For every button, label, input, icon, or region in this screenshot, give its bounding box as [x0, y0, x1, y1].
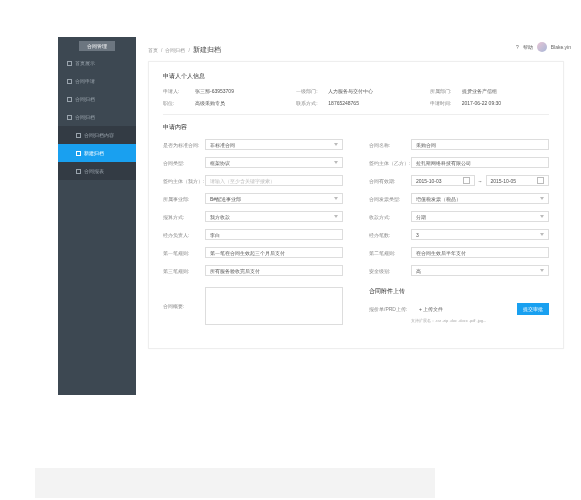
- apply-time: 2017-06-22 09:30: [462, 100, 501, 106]
- left-field-4[interactable]: 我方收款: [205, 211, 343, 222]
- summary-label: 合同概要:: [163, 303, 205, 309]
- section-content: 申请内容: [163, 123, 549, 132]
- field-label: 合同发票类型:: [369, 196, 411, 202]
- left-field-3[interactable]: B#配送事业部: [205, 193, 343, 204]
- applicant-name: 张三那-63953709: [195, 88, 234, 94]
- left-field-5[interactable]: 李白: [205, 229, 343, 240]
- field-label: 合同名称:: [369, 142, 411, 148]
- field-label: 是否为标准合同:: [163, 142, 205, 148]
- breadcrumb-archive[interactable]: 合同归档: [165, 47, 185, 53]
- field-label: 第一笔规则:: [163, 250, 205, 256]
- list-icon: [76, 133, 81, 138]
- right-field-4[interactable]: 分期: [411, 211, 549, 222]
- dept-own: 提货业务产信组: [462, 88, 497, 94]
- sidebar-item-apply[interactable]: 合同申请: [58, 72, 136, 90]
- position: 高级采购专员: [195, 100, 225, 106]
- plus-icon: [76, 151, 81, 156]
- field-label: 安全级别:: [369, 268, 411, 274]
- sidebar-sub-content[interactable]: 合同归档内容: [58, 126, 136, 144]
- breadcrumb-home[interactable]: 首页: [148, 47, 158, 53]
- summary-textarea[interactable]: [205, 287, 343, 325]
- breadcrumb-current: 新建归档: [193, 45, 221, 55]
- breadcrumb: 首页 / 合同归档 / 新建归档: [148, 45, 564, 55]
- phone: 18765248765: [328, 100, 359, 106]
- left-field-1[interactable]: 框架协议: [205, 157, 343, 168]
- right-field-5[interactable]: 3: [411, 229, 549, 240]
- footer-block: [35, 468, 435, 498]
- field-label: 第三笔规则:: [163, 268, 205, 274]
- sidebar-sub-report[interactable]: 合同报表: [58, 162, 136, 180]
- submit-button[interactable]: 提交审批: [517, 303, 549, 315]
- date-to[interactable]: 2015-10-05: [486, 175, 550, 186]
- sidebar-header[interactable]: 合同管理: [79, 41, 115, 51]
- chart-icon: [76, 169, 81, 174]
- home-icon: [67, 61, 72, 66]
- field-label: 第二笔规则:: [369, 250, 411, 256]
- right-field-3[interactable]: 增值税发票（税品）: [411, 193, 549, 204]
- doc-icon: [67, 79, 72, 84]
- upload-title: 合同附件上传: [369, 287, 549, 296]
- upload-button[interactable]: + 上传文件: [419, 306, 443, 312]
- left-field-7[interactable]: 所有服务验收完后支付: [205, 265, 343, 276]
- field-label: 合同类型:: [163, 160, 205, 166]
- left-field-2[interactable]: 请输入（至少含关键字搜索）: [205, 175, 343, 186]
- left-field-6[interactable]: 第一笔在合同生效起三个月后支付: [205, 247, 343, 258]
- folder-icon: [67, 97, 72, 102]
- field-label: 收款方式:: [369, 214, 411, 220]
- field-label: 经办笔数:: [369, 232, 411, 238]
- field-label: 合同有效期:: [369, 178, 411, 184]
- folder-icon: [67, 115, 72, 120]
- section-applicant: 申请人个人信息: [163, 72, 549, 81]
- sidebar-item-archive[interactable]: 合同归档: [58, 90, 136, 108]
- date-from[interactable]: 2015-10-03: [411, 175, 475, 186]
- field-label: 签约主体（我方）:: [163, 178, 205, 184]
- right-field-6[interactable]: 在合同生效后半年支付: [411, 247, 549, 258]
- upload-label: 报价单/PRD上传:: [369, 306, 411, 312]
- field-label: 所属事业部:: [163, 196, 205, 202]
- field-label: 经办负责人:: [163, 232, 205, 238]
- right-field-7[interactable]: 高: [411, 265, 549, 276]
- sidebar-sub-new[interactable]: 新建归档: [58, 144, 136, 162]
- sidebar-item-home[interactable]: 首页展示: [58, 54, 136, 72]
- sidebar-item-archive2[interactable]: 合同归档: [58, 108, 136, 126]
- field-label: 报算方式:: [163, 214, 205, 220]
- right-field-1[interactable]: 拉扎斯网络科技有限公司: [411, 157, 549, 168]
- upload-hint: 支持扩展名：.rar .zip .doc .docx .pdf .jpg...: [411, 318, 549, 323]
- sidebar: 合同管理 首页展示 合同申请 合同归档 合同归档 合同归档内容 新建归档 合同报…: [58, 37, 136, 395]
- field-label: 签约主体（乙方）:: [369, 160, 411, 166]
- left-field-0[interactable]: 非标准合同: [205, 139, 343, 150]
- right-field-0[interactable]: 采购合同: [411, 139, 549, 150]
- dept-l1: 人力服务与交付中心: [328, 88, 373, 94]
